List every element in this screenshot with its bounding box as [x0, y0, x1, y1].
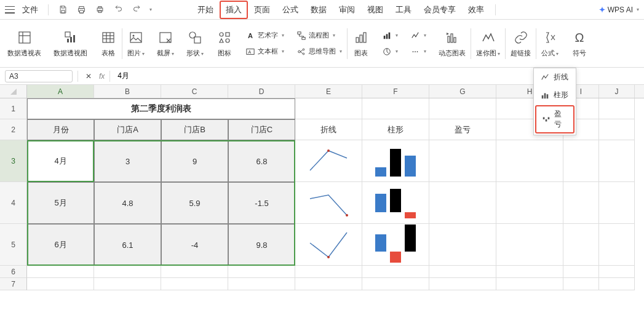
cell-b4[interactable]: 4.8 — [94, 182, 161, 224]
header-store-c[interactable]: 门店C — [228, 119, 295, 140]
sparkline-line-e3[interactable] — [295, 140, 362, 182]
tab-member[interactable]: 会员专享 — [418, 1, 462, 19]
hamburger-icon[interactable] — [5, 6, 15, 14]
dynamic-chart-button[interactable]: 动态图表 — [436, 26, 468, 60]
redo-icon[interactable] — [130, 3, 143, 17]
tab-view[interactable]: 视图 — [361, 1, 389, 19]
sparkline-line-e4[interactable] — [295, 182, 362, 224]
sparkline-button[interactable]: 迷你图▾ — [474, 26, 503, 60]
cell[interactable] — [27, 278, 94, 290]
cell[interactable] — [94, 278, 161, 290]
row-header-3[interactable]: 3 — [0, 140, 27, 182]
cell[interactable] — [161, 278, 228, 290]
cell[interactable] — [362, 98, 429, 119]
formula-button[interactable]: 公式▾ — [539, 26, 561, 60]
cell[interactable] — [599, 266, 635, 278]
col-header-e[interactable]: E — [295, 85, 362, 98]
save-icon[interactable] — [56, 3, 70, 17]
cell-g4[interactable] — [429, 182, 496, 224]
symbol-button[interactable]: Ω 符号 — [568, 26, 590, 60]
sparkline-line-e5[interactable] — [295, 224, 362, 266]
wordart-button[interactable]: A 艺术字▾ — [243, 30, 287, 42]
pivot-table-button[interactable]: 数据透视表 — [5, 26, 44, 60]
dropdown-line[interactable]: 折线 — [534, 68, 576, 86]
cell[interactable] — [599, 224, 635, 266]
cell-a5[interactable]: 6月 — [27, 224, 94, 266]
pivot-chart-button[interactable]: 数据透视图 — [51, 26, 90, 60]
cell[interactable] — [27, 266, 94, 278]
cell[interactable] — [563, 278, 599, 290]
dropdown-bar[interactable]: 柱形 — [534, 86, 576, 104]
col-header-f[interactable]: F — [362, 85, 429, 98]
col-header-j[interactable]: J — [599, 85, 635, 98]
header-store-a[interactable]: 门店A — [94, 119, 161, 140]
print-preview-icon[interactable] — [74, 3, 88, 17]
sparkline-bar-f5[interactable] — [362, 224, 429, 266]
cell[interactable] — [599, 98, 635, 119]
cell-b3[interactable]: 3 — [94, 140, 161, 182]
header-sparkline-winloss[interactable]: 盈亏 — [429, 119, 496, 140]
cell[interactable] — [496, 140, 563, 182]
undo-icon[interactable] — [111, 3, 125, 17]
dropdown-winloss[interactable]: 盈亏 — [535, 105, 574, 133]
hyperlink-button[interactable]: 超链接 — [508, 26, 533, 60]
cell-c3[interactable]: 9 — [161, 140, 228, 182]
tab-insert[interactable]: 插入 — [220, 1, 248, 19]
cell[interactable] — [429, 98, 496, 119]
header-sparkline-bar[interactable]: 柱形 — [362, 119, 429, 140]
cell[interactable] — [563, 224, 599, 266]
pie-chart-button[interactable]: ▾ — [380, 46, 400, 58]
cell[interactable] — [295, 278, 362, 290]
chart-button[interactable]: 图表 — [350, 26, 372, 60]
cell[interactable] — [362, 278, 429, 290]
qat-more-icon[interactable]: ▾ — [149, 7, 152, 12]
cell[interactable] — [563, 182, 599, 224]
cell[interactable] — [429, 278, 496, 290]
header-month[interactable]: 月份 — [27, 119, 94, 140]
sparkline-bar-f3[interactable] — [362, 140, 429, 182]
shape-button[interactable]: 形状▾ — [184, 26, 206, 60]
cell[interactable] — [599, 278, 635, 290]
cell[interactable] — [563, 266, 599, 278]
file-menu[interactable]: 文件 — [20, 4, 41, 15]
cell-a4[interactable]: 5月 — [27, 182, 94, 224]
cell[interactable] — [228, 266, 295, 278]
cell-a3[interactable]: 4月 — [27, 140, 94, 182]
cell[interactable] — [228, 278, 295, 290]
header-store-b[interactable]: 门店B — [161, 119, 228, 140]
cell[interactable] — [563, 140, 599, 182]
col-header-b[interactable]: B — [94, 85, 161, 98]
cell[interactable] — [429, 266, 496, 278]
cell[interactable] — [496, 278, 563, 290]
picture-button[interactable]: 图片▾ — [125, 26, 147, 60]
fx-label[interactable]: fx — [99, 72, 105, 81]
cancel-icon[interactable]: ✕ — [83, 70, 94, 83]
cell-b5[interactable]: 6.1 — [94, 224, 161, 266]
row-header-5[interactable]: 5 — [0, 224, 27, 266]
sparkline-bar-f4[interactable] — [362, 182, 429, 224]
cell-c4[interactable]: 5.9 — [161, 182, 228, 224]
tab-efficiency[interactable]: 效率 — [462, 1, 490, 19]
line-chart-button[interactable]: ▾ — [408, 30, 429, 42]
screenshot-button[interactable]: 截屏▾ — [154, 26, 177, 60]
title-cell[interactable]: 第二季度利润表 — [27, 98, 295, 119]
row-header-4[interactable]: 4 — [0, 182, 27, 224]
print-icon[interactable] — [93, 3, 106, 17]
cell[interactable] — [599, 140, 635, 182]
bar-chart-button[interactable]: ▾ — [380, 30, 400, 42]
cell[interactable] — [295, 266, 362, 278]
cell[interactable] — [599, 182, 635, 224]
row-header-6[interactable]: 6 — [0, 266, 27, 278]
cell[interactable] — [161, 266, 228, 278]
col-header-g[interactable]: G — [429, 85, 496, 98]
col-header-d[interactable]: D — [228, 85, 295, 98]
row-header-1[interactable]: 1 — [0, 98, 27, 119]
cell[interactable] — [496, 224, 563, 266]
tab-formula[interactable]: 公式 — [276, 1, 304, 19]
col-header-c[interactable]: C — [161, 85, 228, 98]
row-header-2[interactable]: 2 — [0, 119, 27, 140]
textbox-button[interactable]: A 文本框▾ — [243, 46, 287, 58]
cell[interactable] — [362, 266, 429, 278]
row-header-7[interactable]: 7 — [0, 278, 27, 290]
cell-d3[interactable]: 6.8 — [228, 140, 295, 182]
